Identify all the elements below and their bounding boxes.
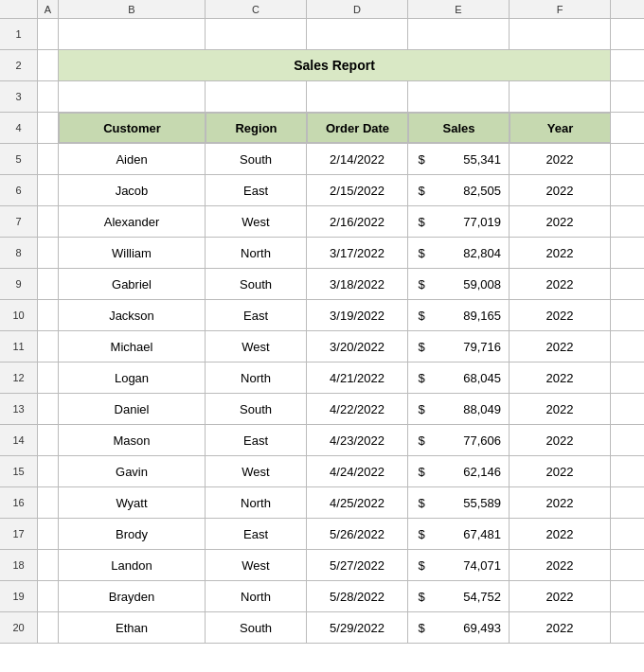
cell-year-8[interactable]: 2022 — [510, 238, 611, 268]
cell-customer-17[interactable]: Brody — [59, 519, 206, 549]
cell-year-13[interactable]: 2022 — [510, 394, 611, 424]
cell-year-12[interactable]: 2022 — [510, 363, 611, 393]
cell-date-11[interactable]: 3/20/2022 — [307, 331, 408, 362]
cell-year-14[interactable]: 2022 — [510, 425, 611, 455]
cell-sales-19[interactable]: $ 54,752 — [408, 581, 510, 611]
cell-a10[interactable] — [38, 300, 59, 330]
cell-sales-13[interactable]: $ 88,049 — [408, 394, 510, 424]
cell-date-19[interactable]: 5/28/2022 — [307, 581, 408, 611]
cell-a12[interactable] — [38, 363, 59, 393]
cell-region-5[interactable]: South — [206, 144, 307, 174]
cell-date-5[interactable]: 2/14/2022 — [307, 144, 408, 174]
cell-region-14[interactable]: East — [206, 425, 307, 455]
cell-year-18[interactable]: 2022 — [510, 550, 611, 580]
cell-e1[interactable] — [408, 19, 510, 49]
cell-date-6[interactable]: 2/15/2022 — [307, 175, 408, 205]
cell-e3[interactable] — [408, 81, 510, 112]
cell-sales-12[interactable]: $ 68,045 — [408, 363, 510, 393]
cell-customer-12[interactable]: Logan — [59, 363, 206, 393]
cell-sales-20[interactable]: $ 69,493 — [408, 612, 510, 643]
cell-a13[interactable] — [38, 394, 59, 424]
cell-customer-11[interactable]: Michael — [59, 331, 206, 362]
cell-a1[interactable] — [38, 19, 59, 49]
cell-a14[interactable] — [38, 425, 59, 455]
cell-year-11[interactable]: 2022 — [510, 331, 611, 362]
cell-a2[interactable] — [38, 50, 59, 80]
cell-date-18[interactable]: 5/27/2022 — [307, 550, 408, 580]
cell-a19[interactable] — [38, 581, 59, 611]
cell-date-14[interactable]: 4/23/2022 — [307, 425, 408, 455]
cell-a18[interactable] — [38, 550, 59, 580]
cell-customer-15[interactable]: Gavin — [59, 456, 206, 486]
cell-sales-9[interactable]: $ 59,008 — [408, 269, 510, 299]
cell-d3[interactable] — [307, 81, 408, 112]
cell-sales-10[interactable]: $ 89,165 — [408, 300, 510, 330]
cell-year-15[interactable]: 2022 — [510, 456, 611, 486]
cell-a5[interactable] — [38, 144, 59, 174]
cell-region-9[interactable]: South — [206, 269, 307, 299]
cell-a15[interactable] — [38, 456, 59, 486]
cell-region-10[interactable]: East — [206, 300, 307, 330]
cell-region-18[interactable]: West — [206, 550, 307, 580]
cell-date-12[interactable]: 4/21/2022 — [307, 363, 408, 393]
cell-d1[interactable] — [307, 19, 408, 49]
cell-c3[interactable] — [206, 81, 307, 112]
cell-year-9[interactable]: 2022 — [510, 269, 611, 299]
cell-date-13[interactable]: 4/22/2022 — [307, 394, 408, 424]
cell-region-13[interactable]: South — [206, 394, 307, 424]
cell-a17[interactable] — [38, 519, 59, 549]
cell-a20[interactable] — [38, 612, 59, 643]
cell-date-9[interactable]: 3/18/2022 — [307, 269, 408, 299]
cell-sales-15[interactable]: $ 62,146 — [408, 456, 510, 486]
cell-a7[interactable] — [38, 206, 59, 237]
cell-region-20[interactable]: South — [206, 612, 307, 643]
cell-region-11[interactable]: West — [206, 331, 307, 362]
cell-a6[interactable] — [38, 175, 59, 205]
cell-year-20[interactable]: 2022 — [510, 612, 611, 643]
cell-a8[interactable] — [38, 238, 59, 268]
cell-customer-13[interactable]: Daniel — [59, 394, 206, 424]
cell-customer-19[interactable]: Brayden — [59, 581, 206, 611]
cell-date-15[interactable]: 4/24/2022 — [307, 456, 408, 486]
cell-year-10[interactable]: 2022 — [510, 300, 611, 330]
cell-region-15[interactable]: West — [206, 456, 307, 486]
cell-sales-17[interactable]: $ 67,481 — [408, 519, 510, 549]
cell-a9[interactable] — [38, 269, 59, 299]
cell-sales-16[interactable]: $ 55,589 — [408, 487, 510, 518]
cell-sales-7[interactable]: $ 77,019 — [408, 206, 510, 237]
cell-customer-16[interactable]: Wyatt — [59, 487, 206, 518]
cell-f3[interactable] — [510, 81, 611, 112]
cell-a11[interactable] — [38, 331, 59, 362]
cell-b1[interactable] — [59, 19, 206, 49]
cell-customer-8[interactable]: William — [59, 238, 206, 268]
cell-region-6[interactable]: East — [206, 175, 307, 205]
cell-date-17[interactable]: 5/26/2022 — [307, 519, 408, 549]
cell-year-5[interactable]: 2022 — [510, 144, 611, 174]
cell-date-20[interactable]: 5/29/2022 — [307, 612, 408, 643]
cell-customer-10[interactable]: Jackson — [59, 300, 206, 330]
cell-customer-6[interactable]: Jacob — [59, 175, 206, 205]
cell-customer-14[interactable]: Mason — [59, 425, 206, 455]
cell-customer-9[interactable]: Gabriel — [59, 269, 206, 299]
cell-date-8[interactable]: 3/17/2022 — [307, 238, 408, 268]
cell-sales-11[interactable]: $ 79,716 — [408, 331, 510, 362]
cell-year-19[interactable]: 2022 — [510, 581, 611, 611]
cell-date-10[interactable]: 3/19/2022 — [307, 300, 408, 330]
cell-a4[interactable] — [38, 113, 59, 143]
cell-region-19[interactable]: North — [206, 581, 307, 611]
cell-date-7[interactable]: 2/16/2022 — [307, 206, 408, 237]
cell-sales-5[interactable]: $ 55,341 — [408, 144, 510, 174]
cell-region-12[interactable]: North — [206, 363, 307, 393]
cell-a3[interactable] — [38, 81, 59, 112]
cell-c1[interactable] — [206, 19, 307, 49]
cell-sales-6[interactable]: $ 82,505 — [408, 175, 510, 205]
cell-region-7[interactable]: West — [206, 206, 307, 237]
cell-sales-18[interactable]: $ 74,071 — [408, 550, 510, 580]
cell-year-16[interactable]: 2022 — [510, 487, 611, 518]
cell-b3[interactable] — [59, 81, 206, 112]
cell-customer-18[interactable]: Landon — [59, 550, 206, 580]
cell-region-16[interactable]: North — [206, 487, 307, 518]
cell-customer-20[interactable]: Ethan — [59, 612, 206, 643]
cell-f1[interactable] — [510, 19, 611, 49]
cell-year-17[interactable]: 2022 — [510, 519, 611, 549]
